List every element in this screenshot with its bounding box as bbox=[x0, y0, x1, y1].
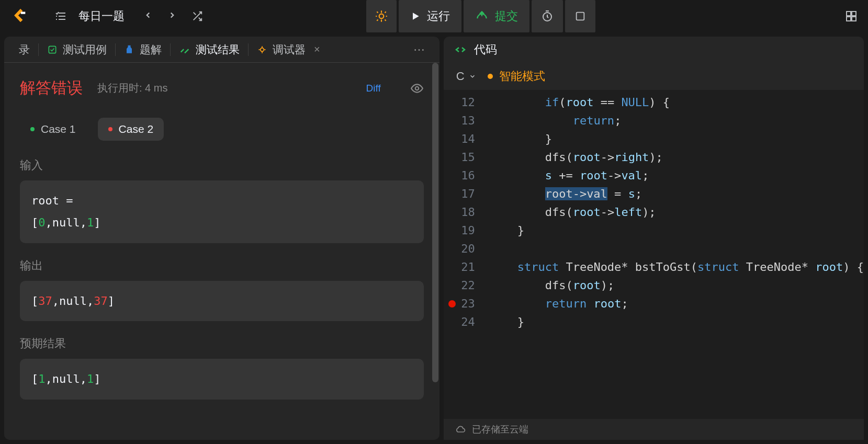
diff-link[interactable]: Diff bbox=[366, 83, 381, 94]
next-icon[interactable] bbox=[167, 10, 177, 22]
prev-icon[interactable] bbox=[143, 10, 153, 22]
editor-line[interactable]: 17 root->val = s; bbox=[444, 185, 864, 203]
editor-line[interactable]: 13 return; bbox=[444, 111, 864, 130]
input-block: root = [0,null,1] bbox=[20, 180, 424, 243]
nav-left: 每日一题 bbox=[54, 8, 203, 24]
left-tabs: 录 测试用例 题解 测试结果 调试器 × ⋯ bbox=[4, 37, 439, 63]
code-header: 代码 bbox=[444, 37, 864, 63]
editor-line[interactable]: 21 struct TreeNode* bstToGst(struct Tree… bbox=[444, 258, 864, 276]
svg-rect-2 bbox=[577, 13, 584, 20]
eye-icon[interactable] bbox=[410, 82, 424, 95]
case-1-pill[interactable]: Case 1 bbox=[20, 118, 86, 141]
status-dot-pass-icon bbox=[30, 127, 35, 131]
editor-line[interactable]: 18 dfs(root->left); bbox=[444, 203, 864, 221]
runtime-text: 执行用时: 4 ms bbox=[97, 81, 167, 95]
editor-line[interactable]: 22 dfs(root); bbox=[444, 276, 864, 294]
note-button[interactable] bbox=[565, 0, 595, 32]
scrollbar[interactable] bbox=[432, 63, 438, 435]
tab-debugger[interactable]: 调试器 × bbox=[249, 42, 329, 57]
code-title: 代码 bbox=[474, 42, 497, 58]
expected-label: 预期结果 bbox=[20, 336, 424, 351]
shuffle-icon[interactable] bbox=[191, 10, 203, 22]
code-icon bbox=[454, 43, 467, 56]
status-bar: 已存储至云端 bbox=[444, 419, 864, 440]
center-actions: 运行 提交 bbox=[366, 0, 595, 32]
input-label: 输入 bbox=[20, 157, 424, 173]
editor-line[interactable]: 23 return root; bbox=[444, 294, 864, 313]
left-pane: 录 测试用例 题解 测试结果 调试器 × ⋯ bbox=[4, 37, 439, 440]
submit-label: 提交 bbox=[495, 8, 518, 24]
output-value: [37,null,37] bbox=[31, 290, 412, 312]
svg-rect-7 bbox=[49, 46, 55, 53]
submit-button[interactable]: 提交 bbox=[464, 0, 529, 32]
tab-solution[interactable]: 题解 bbox=[116, 42, 170, 57]
close-debugger-icon[interactable]: × bbox=[314, 43, 320, 55]
result-body: 解答错误 执行用时: 4 ms Diff Case 1 Case 2 输入 bbox=[4, 63, 439, 440]
svg-point-0 bbox=[379, 14, 384, 19]
run-label: 运行 bbox=[427, 8, 450, 24]
debug-button[interactable] bbox=[366, 0, 397, 32]
svg-point-8 bbox=[261, 48, 264, 51]
cloud-icon bbox=[455, 424, 466, 435]
svg-rect-6 bbox=[852, 17, 856, 21]
svg-rect-5 bbox=[847, 17, 851, 21]
editor-line[interactable]: 19 } bbox=[444, 221, 864, 240]
top-bar: 每日一题 运行 提交 bbox=[0, 0, 868, 32]
list-icon[interactable] bbox=[54, 10, 67, 22]
layout-icon[interactable] bbox=[845, 10, 858, 22]
case-2-pill[interactable]: Case 2 bbox=[98, 118, 164, 141]
editor-line[interactable]: 12 if(root == NULL) { bbox=[444, 93, 864, 111]
right-pane: 代码 C 智能模式 12 if(root == NULL) {13 return… bbox=[444, 37, 864, 440]
editor-line[interactable]: 14 } bbox=[444, 130, 864, 148]
tab-result[interactable]: 测试结果 bbox=[171, 42, 248, 57]
timer-button[interactable] bbox=[532, 0, 563, 32]
editor-line[interactable]: 20 bbox=[444, 240, 864, 258]
svg-rect-3 bbox=[847, 12, 851, 16]
save-status: 已存储至云端 bbox=[472, 423, 528, 436]
tab-record[interactable]: 录 bbox=[10, 42, 38, 57]
daily-challenge-link[interactable]: 每日一题 bbox=[78, 8, 125, 24]
expected-value: [1,null,1] bbox=[31, 368, 412, 390]
logo[interactable] bbox=[10, 7, 28, 25]
status-dot-fail-icon bbox=[108, 127, 112, 131]
editor-line[interactable]: 16 s += root->val; bbox=[444, 166, 864, 185]
editor-line[interactable]: 15 dfs(root->right); bbox=[444, 148, 864, 166]
tab-testcase[interactable]: 测试用例 bbox=[39, 42, 115, 57]
output-label: 输出 bbox=[20, 258, 424, 274]
input-value: [0,null,1] bbox=[31, 212, 412, 234]
output-block: [37,null,37] bbox=[20, 281, 424, 322]
svg-rect-4 bbox=[852, 12, 856, 16]
editor-line[interactable]: 24 } bbox=[444, 313, 864, 331]
tab-more-icon[interactable]: ⋯ bbox=[405, 43, 433, 56]
code-toolbar: C 智能模式 bbox=[444, 63, 864, 90]
smart-mode-dot-icon bbox=[488, 74, 493, 79]
run-button[interactable]: 运行 bbox=[399, 0, 461, 32]
expected-block: [1,null,1] bbox=[20, 359, 424, 400]
svg-point-9 bbox=[415, 86, 419, 90]
breakpoint-icon[interactable] bbox=[448, 300, 456, 308]
code-editor[interactable]: 12 if(root == NULL) {13 return;14 }15 df… bbox=[444, 90, 864, 419]
language-select[interactable]: C bbox=[456, 70, 476, 83]
result-status: 解答错误 bbox=[20, 77, 83, 99]
smart-mode-toggle[interactable]: 智能模式 bbox=[488, 69, 545, 84]
